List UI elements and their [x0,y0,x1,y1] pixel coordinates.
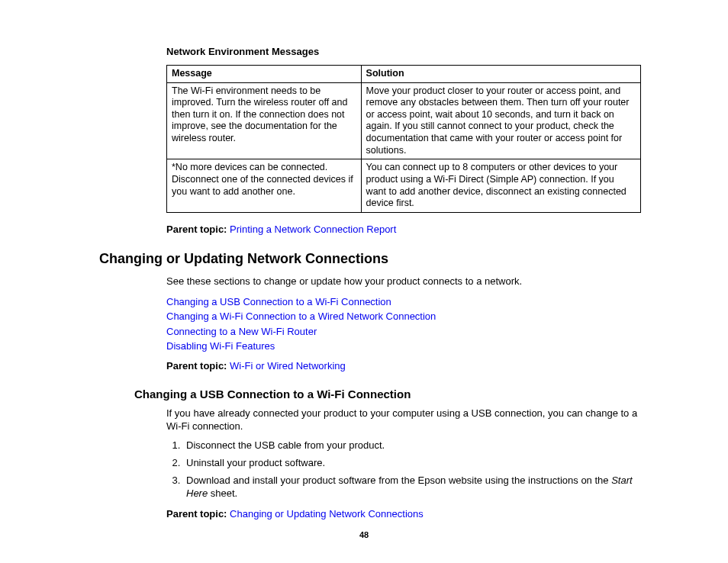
table-row: The Wi-Fi environment needs to be improv… [167,82,641,159]
section-link[interactable]: Connecting to a New Wi-Fi Router [166,324,640,339]
table-title: Network Environment Messages [166,46,640,59]
section-links: Changing a USB Connection to a Wi-Fi Con… [166,294,640,354]
page-number: 48 [0,529,728,540]
parent-topic-1: Parent topic: Printing a Network Connect… [166,224,640,236]
table-header-message: Message [167,65,362,82]
subsection-intro: If you have already connected your produ… [166,407,640,433]
parent-topic-link[interactable]: Printing a Network Connection Report [230,224,396,235]
parent-topic-link[interactable]: Wi-Fi or Wired Networking [230,360,346,372]
section-heading: Changing or Updating Network Connections [99,250,640,268]
step-item: Disconnect the USB cable from your produ… [183,439,640,452]
parent-topic-2: Parent topic: Wi-Fi or Wired Networking [166,360,640,373]
section-link[interactable]: Changing a Wi-Fi Connection to a Wired N… [166,309,640,324]
parent-topic-label: Parent topic: [166,360,230,372]
network-messages-table: Message Solution The Wi-Fi environment n… [166,65,641,213]
step-text-pre: Download and install your product softwa… [186,475,611,486]
table-cell-message: The Wi-Fi environment needs to be improv… [167,82,362,159]
step-text-post: sheet. [208,487,237,499]
parent-topic-link[interactable]: Changing or Updating Network Connections [230,508,424,520]
section-intro: See these sections to change or update h… [166,275,640,288]
section-link[interactable]: Disabling Wi-Fi Features [166,339,640,354]
section-link[interactable]: Changing a USB Connection to a Wi-Fi Con… [166,294,640,310]
step-item: Download and install your product softwa… [183,475,640,500]
steps-list: Disconnect the USB cable from your produ… [183,439,640,500]
subsection-heading: Changing a USB Connection to a Wi-Fi Con… [134,387,640,402]
table-cell-solution: Move your product closer to your router … [361,82,640,159]
parent-topic-3: Parent topic: Changing or Updating Netwo… [166,508,640,521]
step-item: Uninstall your product software. [183,457,640,470]
table-header-solution: Solution [361,65,640,82]
table-cell-solution: You can connect up to 8 computers or oth… [361,159,640,213]
parent-topic-label: Parent topic: [166,508,230,520]
table-row: *No more devices can be connected. Disco… [167,159,641,213]
table-cell-message: *No more devices can be connected. Disco… [167,159,362,213]
parent-topic-label: Parent topic: [166,224,230,235]
